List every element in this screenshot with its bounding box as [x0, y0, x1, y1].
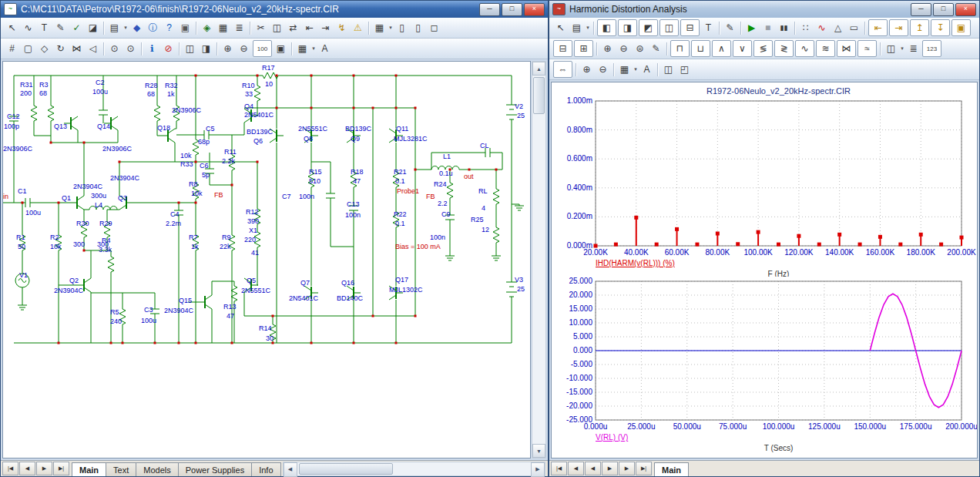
- file-menu-icon-dropdown[interactable]: ▾: [585, 25, 591, 31]
- font-icon[interactable]: A: [317, 41, 332, 56]
- component-label[interactable]: 200: [20, 89, 32, 97]
- component-label[interactable]: 2.2m: [166, 220, 181, 227]
- component-label[interactable]: R22: [394, 210, 407, 218]
- duplicate-icon[interactable]: ◫: [183, 41, 197, 56]
- component-label[interactable]: Q7: [300, 279, 310, 287]
- component-label[interactable]: R5: [110, 308, 119, 316]
- view-menu-icon-dropdown[interactable]: ▾: [310, 45, 317, 52]
- numeric-format-icon[interactable]: 123: [922, 40, 941, 57]
- component-label[interactable]: BD139C: [345, 125, 371, 133]
- component-label[interactable]: C3: [144, 306, 153, 314]
- component-label[interactable]: 25: [517, 285, 525, 293]
- disable-icon[interactable]: ⊘: [161, 41, 176, 56]
- plot-area[interactable]: 20.00K40.00K60.00K80.00K100.00K120.00K14…: [551, 82, 978, 459]
- component-label[interactable]: MJL3281C: [394, 135, 428, 143]
- transient-waveform-chart[interactable]: 0.000u25.000u50.000u75.000u100.000u125.0…: [552, 277, 977, 459]
- component-label[interactable]: 1k: [167, 90, 175, 98]
- component-label[interactable]: R11: [224, 148, 237, 156]
- component-label[interactable]: 300: [73, 240, 85, 248]
- scroll-down-icon[interactable]: ▼: [532, 444, 545, 458]
- component-label[interactable]: Q16: [341, 279, 354, 287]
- wire-tool-icon[interactable]: ∿: [21, 20, 35, 35]
- minimize-button[interactable]: ─: [479, 3, 500, 16]
- component-label[interactable]: 12: [482, 226, 489, 233]
- close-button[interactable]: ×: [955, 3, 976, 16]
- component-label[interactable]: 2N5551C: [241, 287, 270, 294]
- component-label[interactable]: 47: [227, 312, 234, 320]
- tab-text[interactable]: Text: [106, 462, 136, 476]
- component-label[interactable]: Bias = 100 mA: [395, 243, 441, 250]
- bottom-fit-icon[interactable]: ⊔: [691, 40, 710, 57]
- component-label[interactable]: R31: [20, 81, 33, 89]
- component-label[interactable]: 10k: [180, 152, 192, 160]
- tab-power-supplies[interactable]: Power Supplies: [178, 462, 252, 476]
- component-label[interactable]: 25: [517, 112, 525, 119]
- component-label[interactable]: L1: [443, 153, 451, 160]
- component-label[interactable]: V2: [515, 102, 523, 110]
- component-label[interactable]: R30: [76, 220, 89, 227]
- vertical-tag-icon[interactable]: ⊟: [680, 19, 700, 36]
- tile-vertical-icon[interactable]: ⊞: [574, 40, 593, 57]
- component-label[interactable]: R17: [262, 64, 275, 72]
- RL-symbol[interactable]: [493, 186, 499, 207]
- run-icon[interactable]: ▶: [744, 20, 759, 35]
- top-fit-icon[interactable]: ⊓: [670, 40, 690, 57]
- cursor-mode-icon[interactable]: ◨: [618, 19, 637, 36]
- scroll-far-left-button[interactable]: |◀: [2, 462, 18, 475]
- R31-symbol[interactable]: [31, 103, 37, 123]
- box-select-icon[interactable]: ▢: [21, 41, 35, 56]
- peak-icon[interactable]: ∧: [712, 40, 731, 57]
- component-label[interactable]: R13: [223, 303, 237, 311]
- component-label[interactable]: 2N5401C: [289, 294, 318, 302]
- zoom-in-icon[interactable]: ⊕: [220, 41, 235, 56]
- pattern-icon[interactable]: ◇: [37, 41, 52, 56]
- R24-symbol[interactable]: [447, 180, 453, 200]
- component-label[interactable]: RL: [478, 187, 488, 195]
- tile-horizontal-icon[interactable]: ⊟: [553, 40, 572, 57]
- component-label[interactable]: R18: [351, 168, 364, 176]
- vscroll-track[interactable]: [532, 76, 545, 444]
- restore-button[interactable]: □: [502, 3, 522, 16]
- slope-icon[interactable]: △: [831, 20, 845, 35]
- component-label[interactable]: 4: [482, 204, 485, 212]
- component-label[interactable]: R2: [50, 233, 59, 241]
- component-label[interactable]: Q1: [62, 194, 71, 202]
- region-box-icon[interactable]: ▭: [847, 20, 861, 35]
- region-disable-tool-icon[interactable]: ◪: [86, 20, 100, 35]
- info-mode-icon[interactable]: ⓘ: [146, 20, 160, 35]
- max-min-icon[interactable]: ≷: [774, 40, 794, 57]
- component-label[interactable]: C1: [18, 187, 27, 195]
- minimize-button[interactable]: ─: [911, 3, 931, 16]
- step-left-button[interactable]: ◀: [585, 462, 601, 475]
- schematic-hscrollbar[interactable]: ◀ ▶: [283, 462, 545, 476]
- page-left-button[interactable]: ◀: [568, 462, 584, 475]
- fit-width-icon[interactable]: ⇔: [553, 61, 572, 78]
- component-label[interactable]: 2N3906C: [3, 145, 32, 153]
- pause-icon[interactable]: ▮▮: [777, 20, 791, 35]
- rotate-icon[interactable]: ↻: [53, 41, 68, 56]
- component-label[interactable]: R24: [434, 180, 447, 188]
- component-label[interactable]: 2N3904C: [164, 307, 193, 314]
- tab-info[interactable]: Info: [251, 462, 280, 476]
- component-label[interactable]: R7: [189, 233, 198, 241]
- component-label[interactable]: 68: [147, 90, 155, 98]
- component-label[interactable]: C4: [170, 210, 180, 218]
- R3-symbol[interactable]: [48, 103, 54, 123]
- zoom-100-icon[interactable]: 100: [253, 40, 272, 57]
- schematic-canvas[interactable]: C12100pR31200R368C2100uR2868R321kR1710R1…: [2, 61, 531, 459]
- component-label[interactable]: 2N3906C: [102, 145, 132, 153]
- scroll-right-icon[interactable]: ▶: [531, 462, 545, 477]
- component-label[interactable]: CL: [480, 142, 489, 149]
- component-label[interactable]: Q8: [304, 135, 313, 143]
- panel-icon[interactable]: ▣: [951, 19, 971, 36]
- component-label[interactable]: 2N5401C: [244, 111, 274, 119]
- component-label[interactable]: 100u: [141, 317, 156, 324]
- swap-icon[interactable]: ⇄: [286, 20, 300, 35]
- font-icon[interactable]: A: [639, 62, 654, 77]
- component-label[interactable]: 2N3904C: [73, 183, 102, 190]
- grid-menu-icon[interactable]: ▦: [372, 20, 387, 35]
- cursor-bottom-icon[interactable]: ↧: [931, 19, 950, 36]
- bolt-icon[interactable]: ↯: [334, 20, 349, 35]
- component-label[interactable]: 390: [247, 217, 259, 225]
- component-label[interactable]: Q4: [244, 102, 253, 110]
